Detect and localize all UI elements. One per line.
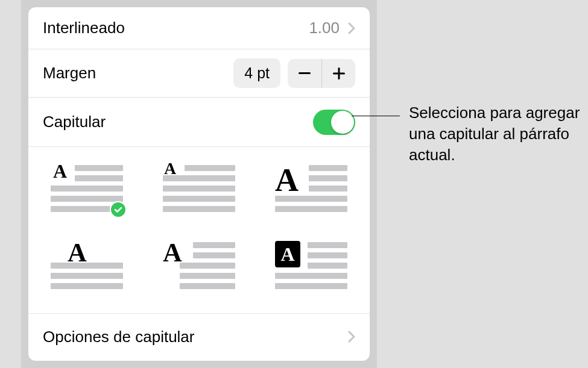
- dropcap-style-5-icon: A: [163, 242, 235, 289]
- row-opciones[interactable]: Opciones de capitular: [28, 314, 370, 360]
- format-panel-container: Interlineado 1.00 Margen 4 pt: [21, 0, 377, 368]
- dropcap-styles-grid: A A: [28, 147, 370, 314]
- minus-icon: [299, 72, 311, 75]
- dropcap-style-3-icon: A: [275, 165, 347, 212]
- annotation-leader-line: [352, 116, 400, 116]
- interlineado-value-group: 1.00: [309, 19, 355, 37]
- dropcap-style-2[interactable]: A: [155, 165, 243, 212]
- row-margen: Margen 4 pt: [28, 49, 370, 98]
- dropcap-style-3[interactable]: A: [267, 165, 355, 212]
- dropcap-style-5[interactable]: A: [155, 242, 243, 289]
- plus-icon: [333, 67, 345, 80]
- dropcap-style-4-icon: A: [51, 242, 123, 289]
- margen-stepper: 4 pt: [233, 58, 355, 88]
- stepper-plus-button[interactable]: [321, 59, 355, 88]
- interlineado-label: Interlineado: [43, 19, 125, 37]
- row-capitular: Capitular: [28, 98, 370, 147]
- chevron-right-icon: [348, 22, 355, 34]
- svg-rect-2: [333, 72, 345, 74]
- dropcap-style-4[interactable]: A: [43, 242, 131, 289]
- toggle-knob: [331, 111, 354, 134]
- margen-value: 4 pt: [233, 58, 280, 88]
- format-panel: Interlineado 1.00 Margen 4 pt: [28, 7, 370, 361]
- capitular-toggle[interactable]: [313, 110, 355, 135]
- dropcap-style-1[interactable]: A: [43, 165, 131, 212]
- dropcap-style-6[interactable]: A: [267, 242, 355, 289]
- stepper-minus-button[interactable]: [288, 59, 321, 88]
- dropcap-style-6-icon: A: [275, 242, 347, 289]
- margen-label: Margen: [43, 64, 96, 83]
- chevron-right-icon: [348, 331, 355, 343]
- dropcap-style-2-icon: A: [163, 165, 235, 212]
- checkmark-icon: [110, 201, 127, 218]
- capitular-label: Capitular: [43, 113, 106, 131]
- annotation-text: Selecciona para agregar una capitular al…: [409, 102, 584, 166]
- row-interlineado[interactable]: Interlineado 1.00: [28, 7, 370, 49]
- svg-rect-0: [299, 72, 311, 74]
- opciones-label: Opciones de capitular: [43, 328, 194, 346]
- dropcap-style-1-icon: A: [51, 165, 123, 212]
- stepper-buttons: [288, 59, 355, 88]
- interlineado-value: 1.00: [309, 19, 340, 37]
